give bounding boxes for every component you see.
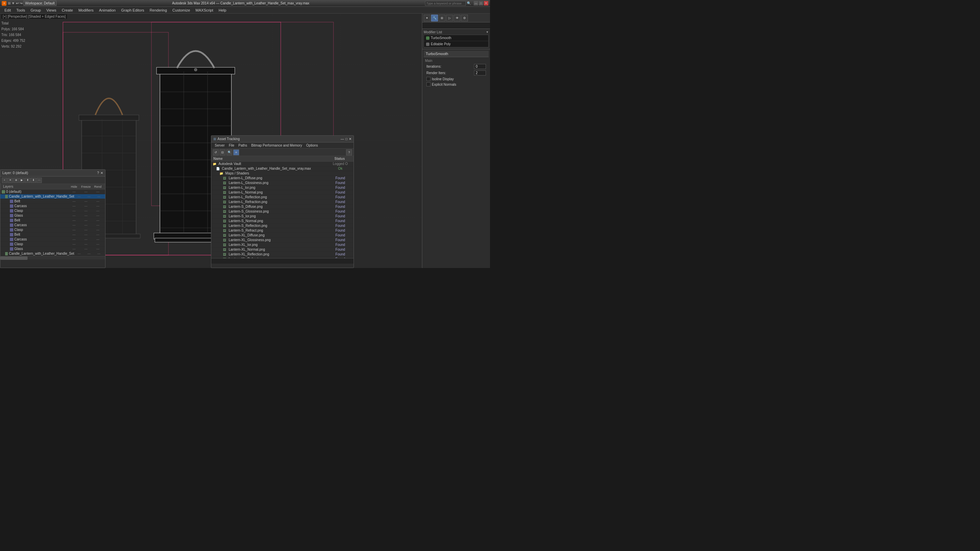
asset-minimize-icon[interactable]: — [340,137,344,141]
minimize-button[interactable]: — [474,1,478,5]
layer-row[interactable]: Belt — — — [0,199,105,204]
menu-graph-editors[interactable]: Graph Editors [118,7,147,14]
layers-col-name: Layers [2,185,68,189]
asset-row[interactable]: 📁 Maps / Shaders [211,171,353,176]
explicit-normals-checkbox[interactable] [426,82,430,86]
menu-modifiers[interactable]: Modifiers [76,7,96,14]
layer-row[interactable]: Belt — — — [0,218,105,223]
layer-row[interactable]: Candle_Lantern_with_Leather_Handle_Set —… [0,194,105,199]
isoline-checkbox[interactable] [426,77,430,81]
menu-edit[interactable]: Edit [2,7,14,14]
modifier-ep-name: Editable Poly [431,42,450,46]
asset-reload-button[interactable]: ↺ [213,149,219,156]
asset-row[interactable]: 🖼 Lantern-L_Normal.png Found [211,190,353,195]
layers-expand-button[interactable]: ⬇ [30,178,36,183]
asset-row[interactable]: 🖼 Lantern-S_Refract.png Found [211,228,353,233]
layers-select-button[interactable]: ▶ [19,178,24,183]
workspace-dropdown[interactable]: Workspace: Default [24,1,56,6]
layer-row[interactable]: Glass — — — [0,213,105,218]
layers-close-icon[interactable]: ✕ [100,171,103,175]
asset-row[interactable]: 🖼 Lantern-L_Glossiness.png Found [211,181,353,185]
layer-row[interactable]: 0 (default) — — — [0,189,105,194]
menu-tools[interactable]: Tools [14,7,28,14]
rp-display-icon[interactable]: 👁 [453,14,460,21]
window-title: Autodesk 3ds Max 2014 x64 — Candle_Lante… [56,2,425,5]
modifier-editablepoly[interactable]: Editable Poly [424,41,488,47]
asset-row[interactable]: 📄 Candle_Lantern_with_Leather_Handle_Set… [211,166,353,171]
layers-move-button[interactable]: ⬆ [25,178,30,183]
asset-menu-file[interactable]: File [227,143,236,148]
asset-row[interactable]: 🖼 Lantern-S_Normal.png Found [211,219,353,224]
layers-scrollbar[interactable] [0,256,105,259]
search-input[interactable] [425,1,466,6]
asset-row[interactable]: 📁 Autodesk Vault Logged O [211,162,353,166]
layer-row[interactable]: Carcass — — — [0,223,105,227]
asset-help-button[interactable]: ? [346,149,352,156]
redo-btn[interactable]: ↪ [20,2,22,5]
asset-row[interactable]: 🖼 Lantern-XL_Glossiness.png Found [211,238,353,243]
layer-row[interactable]: Candle_Lantern_with_Leather_Handle_Set —… [0,251,105,256]
layer-row[interactable]: Belt — — — [0,232,105,237]
maximize-button[interactable]: □ [479,1,483,5]
asset-row[interactable]: 🖼 Lantern-L_Refraction.png Found [211,200,353,205]
asset-strip-button[interactable]: ⊟ [220,149,226,156]
asset-menu-options[interactable]: Options [304,143,320,148]
rp-motion-icon[interactable]: ▷ [446,14,453,21]
rp-utility-icon[interactable]: ⚙ [461,14,468,21]
layer-row[interactable]: Glass — — — [0,246,105,251]
rp-hierarchy-icon[interactable]: ⊞ [439,14,445,21]
asset-restore-icon[interactable]: □ [345,137,347,141]
layer-row[interactable]: Clasp — — — [0,242,105,246]
layer-row[interactable]: Clasp — — — [0,227,105,232]
asset-row[interactable]: 🖼 Lantern-L_Reflection.png Found [211,195,353,200]
asset-row[interactable]: 🖼 Lantern-S_Glossiness.png Found [211,209,353,214]
object-name-field[interactable]: Carcass [422,22,490,29]
asset-row[interactable]: 🖼 Lantern-S_lor.png Found [211,214,353,219]
menu-create[interactable]: Create [59,7,76,14]
asset-row[interactable]: 🖼 Lantern-S_Reflection.png Found [211,224,353,228]
modifier-turbosmooth[interactable]: TurboSmooth [424,35,488,41]
viewport-area[interactable]: [+] [Perspective] [Shaded + Edged Faces]… [0,14,422,268]
close-button[interactable]: ✕ [484,1,488,5]
asset-row[interactable]: 🖼 Lantern-XL_Normal.png Found [211,247,353,252]
layer-hide-col: — [68,233,80,237]
asset-close-icon[interactable]: ✕ [349,137,352,141]
iterations-input[interactable] [474,64,486,69]
asset-menu-paths[interactable]: Paths [237,143,250,148]
layers-new-button[interactable]: + [2,178,7,183]
search-icon[interactable]: 🔍 [467,2,471,5]
asset-menu-bitmap-perf[interactable]: Bitmap Performance and Memory [249,143,304,148]
layers-help-icon[interactable]: ? [97,171,99,175]
layers-scrollbar-thumb[interactable] [0,256,27,260]
render-iters-input[interactable] [474,70,486,76]
asset-row[interactable]: 🖼 Lantern-XL_lor.png Found [211,243,353,247]
asset-list-view-button[interactable]: ≡ [233,149,239,156]
menu-help[interactable]: Help [216,7,229,14]
layers-delete-button[interactable]: ✕ [8,178,13,183]
layers-options-button[interactable]: ⋯ [37,178,42,183]
rp-modify-icon[interactable]: 🔧 [431,14,438,21]
undo-btn[interactable]: ↩ [16,2,19,5]
menu-animation[interactable]: Animation [96,7,118,14]
asset-header: Name Status [211,156,353,162]
asset-menu-server[interactable]: Server [213,143,227,148]
layer-row[interactable]: Carcass — — — [0,237,105,242]
layers-add-sel-button[interactable]: ⊕ [13,178,19,183]
asset-title: Asset Tracking [218,137,340,141]
menu-views[interactable]: Views [43,7,59,14]
menu-customize[interactable]: Customize [170,7,193,14]
menu-group[interactable]: Group [28,7,44,14]
rp-create-icon[interactable]: ✦ [424,14,430,21]
layer-row[interactable]: Carcass — — — [0,204,105,208]
asset-row[interactable]: 🖼 Lantern-XL_Refract.png Found [211,257,353,258]
asset-row[interactable]: 🖼 Lantern-XL_Reflection.png Found [211,252,353,257]
asset-content[interactable]: 📁 Autodesk Vault Logged O 📄 Candle_Lante… [211,162,353,258]
asset-row[interactable]: 🖼 Lantern-S_Diffuse.png Found [211,205,353,209]
asset-row[interactable]: 🖼 Lantern-XL_Diffuse.png Found [211,233,353,238]
layer-row[interactable]: Clasp — — — [0,208,105,213]
menu-maxscript[interactable]: MAXScript [193,7,216,14]
menu-rendering[interactable]: Rendering [147,7,170,14]
asset-row[interactable]: 🖼 Lantern-L_Diffuse.png Found [211,176,353,181]
asset-row[interactable]: 🖼 Lantern-L_lor.png Found [211,185,353,190]
asset-find-button[interactable]: 🔍 [226,149,232,156]
